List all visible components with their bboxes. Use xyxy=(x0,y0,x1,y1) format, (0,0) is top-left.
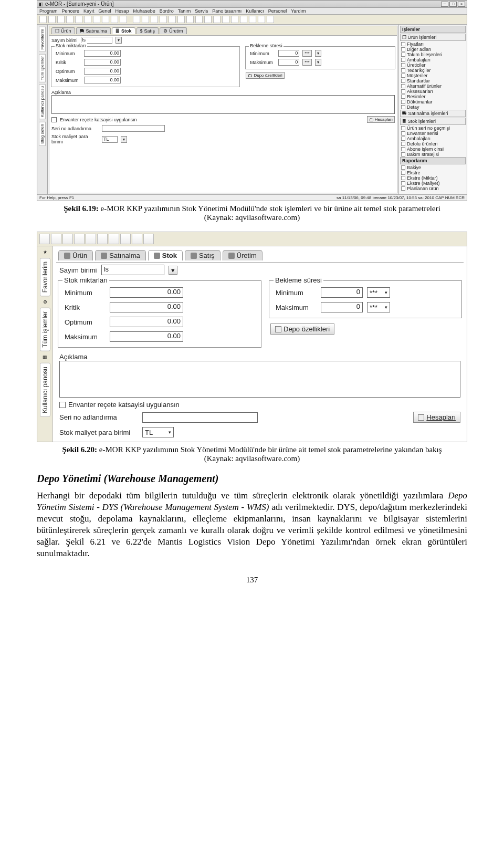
tab-stok[interactable]: ≣Stok xyxy=(112,27,135,34)
tab-satis[interactable]: $Satış xyxy=(136,27,159,34)
rp-item[interactable]: Takım bileşenleri xyxy=(400,52,466,57)
vtab-kullanici-panosu[interactable]: Kullanıcı panosu xyxy=(39,84,46,119)
unit-select[interactable]: *** xyxy=(302,50,311,57)
toolbar-icon[interactable] xyxy=(84,16,91,23)
kritik-input[interactable]: 0.00 xyxy=(110,302,183,312)
vtab-tum-islemler[interactable]: Tüm işlemler xyxy=(40,308,50,351)
menu-yardim[interactable]: Yardım xyxy=(291,8,306,14)
hesaplari-button[interactable]: 🗀 Hesapları xyxy=(367,116,395,123)
toolbar-icon[interactable] xyxy=(74,234,85,244)
tab-satis[interactable]: Satış xyxy=(185,250,220,260)
menu-muhasebe[interactable]: Muhasebe xyxy=(133,8,155,14)
toolbar-icon[interactable] xyxy=(57,16,65,23)
toolbar-icon[interactable] xyxy=(258,16,265,23)
vtab-blog[interactable]: Blog seferi xyxy=(39,122,46,146)
toolbar-icon[interactable] xyxy=(48,16,56,23)
toolbar-icon[interactable] xyxy=(120,16,127,23)
optimum-input[interactable]: 0.00 xyxy=(84,68,121,75)
toolbar-icon[interactable] xyxy=(160,16,167,23)
toolbar-icon[interactable] xyxy=(120,234,131,244)
sayim-dropdown[interactable]: ▾ xyxy=(169,266,177,275)
rp-item[interactable]: Diğer adları xyxy=(400,47,466,52)
menu-kayit[interactable]: Kayıt xyxy=(83,8,94,14)
rp-item[interactable]: Ambalajları xyxy=(400,57,466,62)
menu-servis[interactable]: Servis xyxy=(195,8,208,14)
maliyet-select[interactable]: TL▾ xyxy=(142,427,174,437)
rp-item[interactable]: Abone işlem cinsi xyxy=(400,147,466,152)
tab-urun[interactable]: Ürün xyxy=(58,250,93,260)
toolbar-icon[interactable] xyxy=(111,16,118,23)
toolbar-icon[interactable] xyxy=(204,16,212,23)
menu-tanim[interactable]: Tanım xyxy=(178,8,191,14)
vtab-kullanici-panosu[interactable]: Kullanıcı panosu xyxy=(40,363,50,417)
maximize-button[interactable]: □ xyxy=(449,2,457,7)
minimize-button[interactable]: ─ xyxy=(441,2,448,7)
rp-item[interactable]: Bakiye xyxy=(400,165,466,170)
sayim-dropdown[interactable]: ▾ xyxy=(116,37,122,44)
rp-item[interactable]: Ekstre (Miktar) xyxy=(400,175,466,181)
rp-item[interactable]: Dökümanlar xyxy=(400,99,466,105)
envanter-checkbox[interactable] xyxy=(51,117,57,122)
unit-select[interactable]: *** xyxy=(302,59,311,66)
toolbar-icon[interactable] xyxy=(93,16,100,23)
vtab-tum-islemler[interactable]: Tüm işlemler xyxy=(39,54,46,82)
rp-item[interactable]: Planlanan ürün xyxy=(400,186,466,191)
menu-program[interactable]: Program xyxy=(39,8,58,14)
vtab-favorilerim[interactable]: Favorilerim xyxy=(39,27,46,52)
close-button[interactable]: × xyxy=(458,2,465,7)
kritik-input[interactable]: 0.00 xyxy=(84,59,121,66)
toolbar-icon[interactable] xyxy=(62,234,73,244)
toolbar-icon[interactable] xyxy=(143,234,154,244)
toolbar-icon[interactable] xyxy=(151,16,158,23)
min-wait-input[interactable]: 0 xyxy=(321,287,363,298)
min-input[interactable]: 0.00 xyxy=(84,50,121,57)
menu-personel[interactable]: Personel xyxy=(268,8,287,14)
urun-islemleri-head[interactable]: ❐ Ürün işlemleri xyxy=(400,34,466,41)
chevron-down-icon[interactable]: ▾ xyxy=(121,136,127,143)
toolbar-icon[interactable] xyxy=(75,16,82,23)
toolbar-icon[interactable] xyxy=(97,234,108,244)
toolbar-icon[interactable] xyxy=(231,16,238,23)
min-input[interactable]: 0.00 xyxy=(110,287,183,298)
vtab-favorilerim[interactable]: Favorilerim xyxy=(40,258,50,296)
tab-satinalma[interactable]: ⛟Satınalma xyxy=(76,27,111,34)
toolbar-icon[interactable] xyxy=(39,234,50,244)
tab-stok[interactable]: Stok xyxy=(148,250,183,260)
toolbar-icon[interactable] xyxy=(240,16,247,23)
tab-uretim[interactable]: Üretim xyxy=(223,250,262,260)
toolbar-icon[interactable] xyxy=(39,16,47,23)
rp-item[interactable]: Aksesuarları xyxy=(400,89,466,94)
rp-item[interactable]: Bakım stratejisi xyxy=(400,152,466,157)
tab-satinalma[interactable]: Satınalma xyxy=(95,250,146,260)
depo-button[interactable]: Depo özellikleri xyxy=(270,324,334,335)
menu-pano[interactable]: Pano tasarımı xyxy=(212,8,242,14)
optimum-input[interactable]: 0.00 xyxy=(110,317,183,327)
rp-item[interactable]: Üreticiler xyxy=(400,62,466,68)
rp-item[interactable]: Ürün seri no geçmişi xyxy=(400,126,466,131)
maliyet-select[interactable]: TL xyxy=(102,136,118,143)
min-wait-input[interactable]: 0 xyxy=(278,50,299,57)
rp-item[interactable]: Detay xyxy=(400,105,466,110)
rp-item[interactable]: Standartlar xyxy=(400,78,466,84)
sayim-input[interactable]: ls xyxy=(101,265,164,275)
chevron-down-icon[interactable]: ▾ xyxy=(315,50,321,57)
toolbar-icon[interactable] xyxy=(66,16,74,23)
rp-item[interactable]: Defolu ürünleri xyxy=(400,141,466,147)
depo-button[interactable]: 🗀 Depo özellikleri xyxy=(246,72,284,79)
rp-item[interactable]: Ekstre xyxy=(400,170,466,175)
toolbar-icon[interactable] xyxy=(195,16,203,23)
rp-item[interactable]: Ambalajları xyxy=(400,136,466,141)
toolbar-icon[interactable] xyxy=(86,234,96,244)
toolbar-icon[interactable] xyxy=(51,234,61,244)
rp-item[interactable]: Alternatif ürünler xyxy=(400,84,466,89)
toolbar-icon[interactable] xyxy=(142,16,149,23)
maks-input[interactable]: 0.00 xyxy=(84,77,121,84)
menu-bordro[interactable]: Bordro xyxy=(160,8,174,14)
rp-item[interactable]: Fiyatları xyxy=(400,41,466,47)
tab-uretim[interactable]: ⚙Üretim xyxy=(160,27,187,34)
rp-item[interactable]: Resimler xyxy=(400,94,466,99)
menu-genel[interactable]: Genel xyxy=(99,8,111,14)
toolbar-icon[interactable] xyxy=(102,16,109,23)
chevron-down-icon[interactable]: ▾ xyxy=(315,59,321,66)
max-wait-input[interactable]: 0 xyxy=(321,302,363,312)
